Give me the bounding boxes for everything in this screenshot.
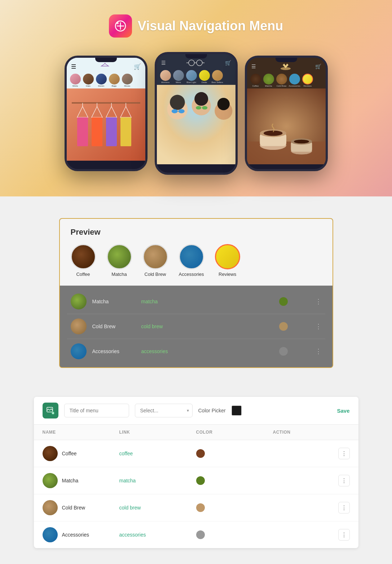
color-dot-accessories	[196, 530, 205, 539]
hamburger-icon-3: ☰	[251, 64, 256, 69]
pnav-circle-denim	[96, 74, 107, 84]
pnav-circle-deals	[199, 70, 210, 81]
action-cell-accessories: ⋮	[273, 529, 350, 541]
svg-point-16	[197, 60, 202, 66]
link-cell-coffee[interactable]: coffee	[119, 450, 196, 457]
item-link-coffee[interactable]: coffee	[119, 451, 133, 456]
table-row-matcha: Matcha matcha ⋮	[34, 467, 358, 494]
svg-point-30	[196, 106, 201, 109]
preview-section: Preview Coffee Matcha Cold Brew Accessor…	[59, 218, 333, 368]
table-row-coffee: Coffee coffee ⋮	[34, 440, 358, 467]
phone1-screen: ☰ 🛒 Shirts Hats	[67, 58, 145, 161]
pnav-circle-womens	[160, 70, 171, 81]
preview-label-matcha: Matcha	[111, 272, 127, 277]
item-link-accessories[interactable]: accessories	[119, 532, 146, 538]
color-cell-coldbrew	[196, 503, 273, 512]
color-dot-matcha	[196, 476, 205, 485]
preview-row-link-accessories[interactable]: accessories	[141, 348, 273, 354]
action-button-matcha[interactable]: ⋮	[338, 475, 350, 486]
pnav-item-shoes: Shoes	[122, 74, 133, 87]
preview-nav-coldbrew[interactable]: Cold Brew	[143, 244, 168, 277]
link-cell-coldbrew[interactable]: cold brew	[119, 504, 196, 511]
action-button-accessories[interactable]: ⋮	[338, 529, 350, 541]
pnav-label-deals: Deals	[202, 81, 207, 83]
pnav-circle-bluelight	[186, 70, 197, 81]
preview-row-action-matcha[interactable]: ⋮	[315, 298, 322, 305]
pnav-circle-bestsellers	[212, 70, 223, 81]
action-button-coffee[interactable]: ⋮	[338, 448, 350, 459]
color-cell-coffee	[196, 449, 273, 458]
select-input[interactable]	[135, 404, 193, 417]
preview-row-name-accessories: Accessories	[92, 348, 136, 354]
preview-circle-reviews	[215, 244, 240, 269]
preview-row-action-coldbrew[interactable]: ⋮	[315, 322, 322, 330]
phone3-screen: ☰ 🛒 Coffee Matcha	[247, 58, 326, 164]
save-button[interactable]: Save	[337, 408, 349, 414]
pnav-item-womens: Womens	[160, 70, 171, 83]
preview-row-color-coldbrew	[279, 322, 288, 331]
link-cell-matcha[interactable]: matcha	[119, 477, 196, 484]
pnav-label-shoes: Shoes	[124, 85, 130, 87]
action-cell-coldbrew: ⋮	[273, 502, 350, 513]
preview-row-action-accessories[interactable]: ⋮	[315, 347, 322, 355]
pnav-label-mens: Mens	[176, 81, 181, 83]
pnav-item-shirts: Shirts	[70, 74, 81, 87]
action-button-coldbrew[interactable]: ⋮	[338, 502, 350, 513]
color-cell-matcha	[196, 476, 273, 485]
hero-title-row: Visual Navigation Menu	[109, 14, 283, 38]
pnav-circle-hats	[83, 74, 94, 84]
item-link-matcha[interactable]: matcha	[119, 478, 136, 483]
pnav-item-deals: Deals	[199, 70, 210, 83]
pnav-item-denim: Denim	[96, 74, 107, 87]
preview-label-reviews: Reviews	[219, 272, 236, 277]
preview-list: Matcha matcha ⋮ Cold Brew cold brew ⋮ Ac…	[60, 286, 332, 367]
preview-nav-matcha[interactable]: Matcha	[107, 244, 132, 277]
table-row-coldbrew: Cold Brew cold brew ⋮	[34, 494, 358, 521]
pnav-circle-mens	[173, 70, 184, 81]
pnav-item-matcha-ph: Matcha	[263, 74, 274, 87]
hero-section: Visual Navigation Menu ☰ 🛒 Shirts	[0, 0, 392, 196]
header-action: ACTION	[273, 430, 350, 435]
pnav-item-coldbrew-ph: Cold Brew	[276, 74, 287, 87]
hanger-icon	[100, 63, 110, 70]
cart-icon-1: 🛒	[134, 63, 141, 70]
preview-row-link-coldbrew[interactable]: cold brew	[141, 324, 273, 329]
pnav-label-accessories-ph: Accessories	[289, 85, 300, 87]
phone1-nav: Shirts Hats Denim Bags	[67, 72, 145, 88]
toolbar: ▾ Color Picker Save	[34, 397, 358, 425]
preview-label-coffee: Coffee	[76, 272, 90, 277]
preview-label-coldbrew: Cold Brew	[145, 272, 166, 277]
header-name: NAME	[43, 430, 119, 435]
link-cell-accessories[interactable]: accessories	[119, 532, 196, 538]
preview-row-link-matcha[interactable]: matcha	[141, 299, 273, 304]
pnav-circle-matcha-ph	[263, 74, 274, 84]
preview-title: Preview	[71, 227, 322, 237]
color-swatch[interactable]	[232, 405, 242, 416]
preview-nav-coffee[interactable]: Coffee	[71, 244, 96, 277]
preview-circle-coldbrew	[143, 244, 168, 269]
hero-title: Visual Navigation Menu	[138, 18, 283, 34]
item-img-accessories	[43, 527, 58, 542]
title-input[interactable]	[64, 404, 129, 417]
phone2-screen: ☰ 🛒 Womens	[157, 54, 235, 164]
item-name-accessories: Accessories	[62, 532, 89, 538]
pnav-item-hats: Hats	[83, 74, 94, 87]
preview-circle-matcha	[107, 244, 132, 269]
bottom-section: ▾ Color Picker Save NAME LINK COLOR ACTI…	[34, 397, 358, 548]
pnav-label-coldbrew-ph: Cold Brew	[277, 85, 287, 87]
pnav-label-denim: Denim	[98, 85, 104, 87]
hamburger-icon-1: ☰	[71, 63, 76, 70]
preview-nav-reviews[interactable]: Reviews	[215, 244, 240, 277]
preview-nav-accessories[interactable]: Accessories	[179, 244, 204, 277]
preview-circle-accessories	[179, 244, 204, 269]
pnav-label-bags: Bags	[112, 85, 117, 87]
item-link-coldbrew[interactable]: cold brew	[119, 505, 141, 511]
bottom-wrapper: ▾ Color Picker Save NAME LINK COLOR ACTI…	[0, 390, 392, 555]
action-cell-matcha: ⋮	[273, 475, 350, 486]
preview-row-img-matcha	[71, 294, 87, 309]
phone2-nav: Womens Mens Blue Light Deals	[157, 69, 235, 85]
svg-point-3	[116, 22, 119, 24]
svg-rect-11	[77, 117, 88, 146]
preview-row-name-matcha: Matcha	[92, 299, 136, 304]
phone-fashion: ☰ 🛒 Womens	[155, 52, 238, 175]
